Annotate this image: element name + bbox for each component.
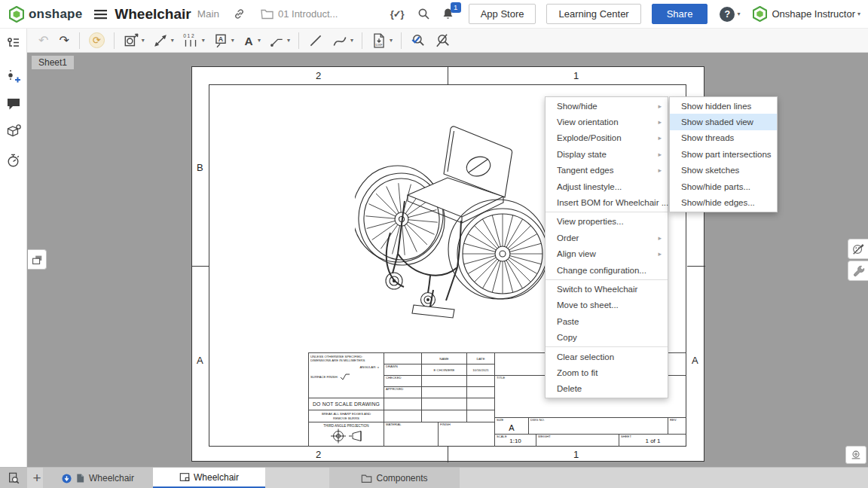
tb-empty-cell xyxy=(384,352,421,364)
chevron-down-icon: ▾ xyxy=(202,37,205,44)
do-not-scale-cell: DO NOT SCALE DRAWING xyxy=(308,398,384,410)
menu-item-change-configuration[interactable]: Change configuration... xyxy=(546,262,668,278)
submenu-item-show-hide-edges[interactable]: Show/hide edges... xyxy=(670,194,777,210)
notifications-bell-icon[interactable]: 1 xyxy=(442,8,454,21)
menu-item-order[interactable]: Order▸ xyxy=(546,230,668,246)
redo-button[interactable]: ↷ xyxy=(55,33,72,47)
submenu-item-show-sketches[interactable]: Show sketches xyxy=(670,163,777,178)
menu-item-align-view[interactable]: Align view▸ xyxy=(546,246,668,262)
menu-item-delete[interactable]: Delete xyxy=(546,381,668,397)
wheelchair-drawing-view[interactable] xyxy=(355,106,551,325)
help-menu[interactable]: ? ▾ xyxy=(720,7,740,22)
zone-tick xyxy=(687,266,705,267)
sheet-tab-chip[interactable]: Sheet1 xyxy=(32,56,74,69)
svg-text:A: A xyxy=(219,35,224,43)
learning-center-button[interactable]: Learning Center xyxy=(546,4,640,24)
share-button[interactable]: Share xyxy=(652,4,708,24)
submenu-item-show-threads[interactable]: Show threads xyxy=(670,130,777,146)
surface-finish-label: SURFACE FINISH: xyxy=(310,375,338,379)
versions-add-icon[interactable] xyxy=(5,69,22,88)
tab-wheelchair-drawing[interactable]: Wheelchair xyxy=(153,468,265,488)
tools-panel-toggle[interactable] xyxy=(848,261,868,281)
menu-item-view-orientation[interactable]: View orientation▸ xyxy=(546,114,668,130)
submenu-item-show-hide-parts[interactable]: Show/hide parts... xyxy=(670,178,777,194)
note-button[interactable]: A ▾ xyxy=(210,32,237,49)
tb-empty-cell xyxy=(466,410,494,422)
tab-wheelchair-assembly[interactable]: Wheelchair xyxy=(43,468,153,488)
submenu-arrow-icon: ▸ xyxy=(658,250,662,258)
appearance-panel-toggle[interactable] xyxy=(848,239,868,259)
chevron-down-icon: ▾ xyxy=(258,37,261,44)
menu-item-zoom-to-fit[interactable]: Zoom to fit xyxy=(546,364,668,380)
featurescript-icon[interactable]: {✓} xyxy=(390,8,404,20)
ordinate-dimension-button[interactable]: 0 1 2 ▾ xyxy=(179,32,207,49)
menu-item-view-properties[interactable]: View properties... xyxy=(546,214,668,230)
dimension-button[interactable]: ▾ xyxy=(150,32,176,49)
spline-tool-button[interactable]: ▾ xyxy=(329,32,356,49)
share-link-icon[interactable] xyxy=(233,8,246,20)
update-views-button[interactable]: ⟳ xyxy=(89,32,105,48)
submenu-arrow-icon: ▸ xyxy=(658,102,662,110)
folder-icon xyxy=(361,474,372,483)
menu-item-clear-selection[interactable]: Clear selection xyxy=(546,349,668,364)
onshape-logo-icon xyxy=(9,6,24,23)
document-location[interactable]: 01 Introduct... xyxy=(261,8,338,20)
undo-button[interactable]: ↶ xyxy=(35,33,52,47)
drawing-toolbar: ↶ ↷ ⟳ ▾ ▾ 0 1 2 ▾ A ▾ A ▾ ▾ xyxy=(27,29,868,53)
menu-divider xyxy=(546,212,668,212)
search-icon[interactable] xyxy=(417,8,430,20)
menu-item-show-hide[interactable]: Show/hide▸ xyxy=(546,98,668,114)
measure-off-button[interactable] xyxy=(432,32,453,49)
zone-tick xyxy=(192,266,209,267)
material-cell: MATERIAL xyxy=(384,422,438,447)
export-dxf-button[interactable]: DXF ▾ xyxy=(368,32,395,49)
insert-view-button[interactable]: ▾ xyxy=(121,32,147,49)
zone-tick xyxy=(448,447,448,462)
line-tool-button[interactable] xyxy=(305,32,326,49)
chevron-down-icon: ▾ xyxy=(287,37,290,44)
zone-label: B xyxy=(197,162,203,173)
search-tabs-button[interactable] xyxy=(0,468,27,488)
sheets-panel-toggle[interactable] xyxy=(28,249,47,270)
size-cell: SIZE A xyxy=(494,417,528,434)
menu-item-switch-to-wheelchair[interactable]: Switch to Wheelchair xyxy=(546,281,668,297)
zone-tick xyxy=(448,67,448,84)
onshape-app-window: onshape Wheelchair Main 01 Introduct... … xyxy=(0,0,868,488)
menu-item-adjust-linestyle[interactable]: Adjust linestyle... xyxy=(546,178,668,194)
history-timer-icon[interactable] xyxy=(5,152,21,172)
menu-item-tangent-edges[interactable]: Tangent edges▸ xyxy=(546,163,668,178)
workspace-name[interactable]: Main xyxy=(197,8,219,20)
zone-label: 2 xyxy=(316,70,321,81)
document-menu-icon[interactable] xyxy=(94,9,107,20)
feature-list-icon[interactable] xyxy=(6,35,21,53)
callout-leader-button[interactable]: ▾ xyxy=(266,32,292,49)
menu-item-display-state[interactable]: Display state▸ xyxy=(546,146,668,162)
left-sidebar xyxy=(0,29,27,467)
comments-icon[interactable] xyxy=(6,97,21,114)
zone-label: 2 xyxy=(316,449,321,460)
text-button[interactable]: A ▾ xyxy=(240,32,263,49)
app-store-button[interactable]: App Store xyxy=(469,4,536,24)
menu-item-paste[interactable]: Paste xyxy=(546,313,668,329)
user-account-menu[interactable]: Onshape Instructor ▾ xyxy=(753,6,860,22)
menu-item-explode-position[interactable]: Explode/Position▸ xyxy=(546,130,668,146)
tb-empty-cell xyxy=(384,410,421,422)
folder-icon xyxy=(261,8,274,20)
assembly-doc-icon xyxy=(75,473,85,483)
measure-check-button[interactable] xyxy=(408,32,429,49)
follow-mode-icon[interactable] xyxy=(5,124,22,143)
tb-empty-cell xyxy=(466,386,494,398)
tab-components-folder[interactable]: Components xyxy=(329,468,460,488)
document-title: Wheelchair xyxy=(115,6,191,23)
sheet-properties-button[interactable] xyxy=(845,446,866,464)
approved-label-cell: APPROVED xyxy=(384,386,421,398)
submenu-item-show-shaded-view[interactable]: Show shaded view xyxy=(670,114,777,130)
menu-item-insert-bom[interactable]: Insert BOM for Wheelchair ... xyxy=(546,194,668,210)
chevron-down-icon: ▾ xyxy=(231,37,234,44)
menu-item-copy[interactable]: Copy xyxy=(546,329,668,345)
submenu-item-show-part-intersections[interactable]: Show part intersections xyxy=(670,146,777,162)
onshape-wordmark: onshape xyxy=(29,7,82,22)
chevron-down-icon: ▾ xyxy=(350,37,353,44)
submenu-item-show-hidden-lines[interactable]: Show hidden lines xyxy=(670,98,777,114)
menu-item-move-to-sheet[interactable]: Move to sheet... xyxy=(546,297,668,313)
